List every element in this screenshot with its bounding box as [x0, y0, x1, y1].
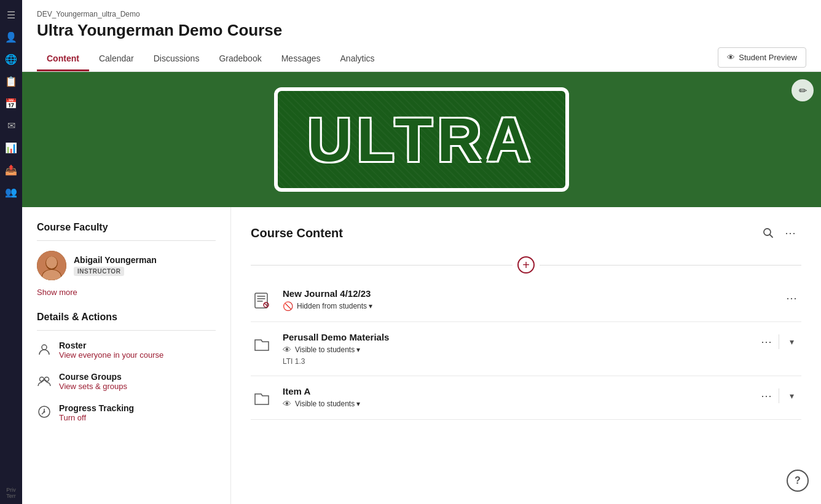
folder-icon-item-a: [251, 387, 273, 409]
banner-wrapper: ✏ ULTRA Course Faculty: [22, 72, 821, 504]
course-content-header: Course Content ⋯: [251, 222, 801, 244]
right-panel: Course Content ⋯: [231, 207, 821, 504]
course-content-title: Course Content: [251, 226, 757, 240]
roster-text: Roster View everyone in your course: [59, 341, 163, 360]
item-a-visibility-dropdown[interactable]: Visible to students ▾: [295, 400, 360, 408]
more-options-button[interactable]: ⋯: [779, 222, 801, 244]
avatar: [37, 251, 66, 280]
item-a-more-button[interactable]: ⋯: [756, 386, 776, 406]
tab-discussions[interactable]: Discussions: [144, 47, 210, 71]
folder-icon-perusall: [251, 333, 273, 355]
progress-tracking-icon: [37, 404, 52, 419]
help-button[interactable]: ?: [787, 470, 809, 492]
menu-icon[interactable]: ☰: [1, 5, 21, 25]
view-everyone-link[interactable]: View everyone in your course: [59, 350, 163, 360]
perusall-body: Perusall Demo Materials 👁 Visible to stu…: [283, 332, 747, 366]
course-header: ✕ DEV_Youngerman_ultra_Demo Ultra Younge…: [22, 0, 821, 72]
item-a-expand-button[interactable]: ▾: [782, 386, 801, 406]
perusall-action-divider: [779, 334, 779, 349]
below-banner: Course Faculty: [22, 207, 821, 504]
left-nav-sidebar: ☰ 👤 🌐 📋 📅 ✉ 📊 📤 👥 PrivTerr: [0, 0, 22, 504]
student-preview-icon: 👁: [727, 53, 735, 62]
journal-visibility: 🚫 Hidden from students ▾: [283, 301, 772, 311]
item-a-actions: ⋯ ▾: [756, 386, 801, 406]
perusall-visibility-dropdown[interactable]: Visible to students ▾: [295, 345, 360, 354]
faculty-divider: [37, 240, 216, 241]
perusall-visibility: 👁 Visible to students ▾: [283, 345, 747, 355]
item-a-action-divider: [779, 388, 779, 403]
nav-tabs: Content Calendar Discussions Gradebook M…: [37, 47, 806, 71]
user-icon[interactable]: 👤: [1, 27, 21, 47]
faculty-section-title: Course Faculty: [37, 222, 216, 233]
course-groups-icon: [37, 373, 52, 388]
journal-more-button[interactable]: ⋯: [782, 288, 801, 308]
view-sets-groups-link[interactable]: View sets & groups: [59, 382, 127, 391]
item-a-body: Item A 👁 Visible to students ▾: [283, 386, 747, 409]
journal-visibility-chevron: ▾: [369, 302, 372, 310]
progress-tracking-label: Progress Tracking: [59, 403, 134, 413]
item-a: Item A 👁 Visible to students ▾: [251, 376, 801, 420]
roster-action: Roster View everyone in your course: [37, 341, 216, 360]
instructor-badge: INSTRUCTOR: [74, 267, 124, 276]
visible-icon-perusall: 👁: [283, 345, 291, 355]
search-button[interactable]: [757, 222, 779, 244]
svg-point-3: [46, 256, 57, 269]
globe-icon[interactable]: 🌐: [1, 49, 21, 69]
progress-tracking-action: Progress Tracking Turn off: [37, 403, 216, 422]
item-a-visibility-label: Visible to students: [295, 400, 355, 408]
journal-icon: [251, 289, 273, 312]
hidden-icon: 🚫: [283, 301, 293, 311]
tab-messages[interactable]: Messages: [272, 47, 331, 71]
journal-visibility-label: Hidden from students: [297, 302, 367, 310]
course-groups-label: Course Groups: [59, 372, 127, 382]
perusall-item: Perusall Demo Materials 👁 Visible to stu…: [251, 322, 801, 376]
add-line-left: [251, 265, 513, 266]
perusall-title: Perusall Demo Materials: [283, 332, 747, 342]
visible-icon-item-a: 👁: [283, 399, 291, 409]
svg-point-9: [44, 411, 45, 413]
banner-edit-button[interactable]: ✏: [792, 79, 814, 101]
instructor-row: Abigail Youngerman INSTRUCTOR: [37, 251, 216, 280]
course-groups-text: Course Groups View sets & groups: [59, 372, 127, 391]
export-icon[interactable]: 📤: [1, 160, 21, 179]
journal-item: New Journal 4/12/23 🚫 Hidden from studen…: [251, 278, 801, 322]
journal-title: New Journal 4/12/23: [283, 288, 772, 299]
course-groups-action: Course Groups View sets & groups: [37, 372, 216, 391]
perusall-actions: ⋯ ▾: [756, 332, 801, 352]
svg-point-10: [764, 229, 771, 235]
show-more-link[interactable]: Show more: [37, 288, 216, 297]
journal-body: New Journal 4/12/23 🚫 Hidden from studen…: [283, 288, 772, 311]
svg-rect-11: [255, 293, 267, 308]
add-content-button[interactable]: +: [517, 256, 535, 274]
perusall-more-button[interactable]: ⋯: [756, 332, 776, 352]
details-divider: [37, 330, 216, 331]
progress-tracking-text: Progress Tracking Turn off: [59, 403, 134, 422]
course-title: Ultra Youngerman Demo Course: [37, 21, 806, 40]
tab-analytics[interactable]: Analytics: [331, 47, 385, 71]
ultra-logo: ULTRA: [274, 87, 569, 192]
student-preview-button[interactable]: 👁 Student Preview: [718, 47, 806, 68]
analytics-nav-icon[interactable]: 📊: [1, 138, 21, 157]
users-icon[interactable]: 👥: [1, 182, 21, 202]
item-a-visibility-chevron: ▾: [356, 400, 360, 408]
instructor-info: Abigail Youngerman INSTRUCTOR: [74, 255, 157, 276]
add-line-right: [540, 265, 801, 266]
course-subtitle: DEV_Youngerman_ultra_Demo: [37, 10, 806, 18]
item-a-title: Item A: [283, 386, 747, 396]
turn-off-link[interactable]: Turn off: [59, 413, 134, 422]
gradebook-nav-icon[interactable]: 📋: [1, 71, 21, 91]
instructor-name: Abigail Youngerman: [74, 255, 157, 265]
tab-content[interactable]: Content: [37, 47, 89, 71]
tab-calendar[interactable]: Calendar: [89, 47, 144, 71]
perusall-visibility-label: Visible to students: [295, 345, 355, 354]
content-area: ✏ ULTRA Course Faculty: [22, 72, 821, 504]
calendar-nav-icon[interactable]: 📅: [1, 93, 21, 113]
svg-point-5: [42, 345, 47, 350]
left-panel: Course Faculty: [22, 207, 231, 504]
perusall-expand-button[interactable]: ▾: [782, 332, 801, 352]
messages-nav-icon[interactable]: ✉: [1, 116, 21, 135]
student-preview-label: Student Preview: [739, 53, 797, 62]
journal-visibility-dropdown[interactable]: Hidden from students ▾: [297, 302, 372, 310]
add-item-row: +: [251, 256, 801, 274]
tab-gradebook[interactable]: Gradebook: [209, 47, 271, 71]
